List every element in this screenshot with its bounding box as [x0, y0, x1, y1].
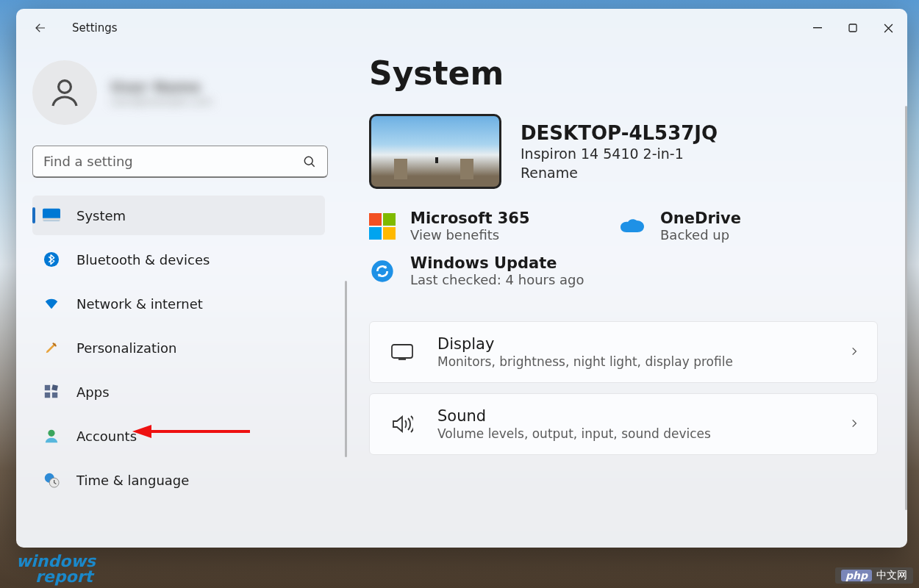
device-model: Inspiron 14 5410 2-in-1	[521, 146, 718, 162]
svg-rect-15	[392, 345, 412, 358]
sidebar-item-label: Bluetooth & devices	[76, 252, 210, 268]
status-microsoft-365[interactable]: Microsoft 365 View benefits	[369, 205, 575, 247]
status-windows-update[interactable]: Windows Update Last checked: 4 hours ago	[369, 250, 584, 292]
profile-info: User Name user@example.com	[110, 78, 212, 107]
sidebar-item-label: Network & internet	[76, 296, 203, 312]
apps-icon	[43, 383, 60, 401]
watermark-text: 中文网	[876, 569, 907, 582]
rename-link[interactable]: Rename	[521, 165, 718, 181]
maximize-icon	[848, 24, 857, 32]
window-title: Settings	[72, 21, 118, 35]
sidebar-item-network[interactable]: Network & internet	[32, 284, 325, 323]
device-header: DESKTOP-4L537JQ Inspiron 14 5410 2-in-1 …	[369, 114, 878, 189]
main-scrollbar[interactable]	[905, 106, 907, 510]
chevron-right-icon	[849, 345, 859, 359]
titlebar-left: Settings	[28, 15, 118, 40]
settings-card-sound[interactable]: Sound Volume levels, output, input, soun…	[369, 393, 878, 455]
minimize-icon	[813, 24, 822, 32]
profile-block[interactable]: User Name user@example.com	[32, 60, 347, 125]
profile-email: user@example.com	[110, 96, 212, 107]
status-subtitle: View benefits	[410, 227, 530, 243]
window-controls	[800, 12, 906, 43]
microsoft-icon	[369, 213, 396, 240]
sound-icon	[387, 415, 417, 434]
status-title: OneDrive	[660, 209, 741, 227]
sidebar-item-label: Personalization	[76, 340, 176, 356]
status-title: Microsoft 365	[410, 209, 530, 227]
page-title: System	[369, 54, 878, 92]
sidebar-item-apps[interactable]: Apps	[32, 372, 325, 412]
svg-rect-1	[849, 24, 857, 32]
close-button[interactable]	[870, 12, 906, 43]
status-onedrive[interactable]: OneDrive Backed up	[619, 205, 825, 247]
display-icon	[387, 344, 417, 360]
person-icon	[47, 75, 82, 110]
sidebar-item-system[interactable]: System	[32, 196, 325, 235]
sidebar-item-accounts[interactable]: Accounts	[32, 416, 325, 456]
card-title: Sound	[437, 407, 829, 425]
sidebar-item-label: System	[76, 208, 126, 223]
sidebar-item-personalization[interactable]: Personalization	[32, 328, 325, 368]
sidebar: User Name user@example.com System	[16, 47, 347, 548]
card-title: Display	[437, 335, 829, 353]
paintbrush-icon	[43, 339, 60, 356]
card-subtitle: Volume levels, output, input, sound devi…	[437, 426, 829, 441]
clock-globe-icon	[43, 471, 60, 489]
svg-point-14	[371, 260, 393, 282]
bluetooth-icon	[43, 251, 60, 268]
watermark-windows-report: windows report	[16, 554, 96, 585]
card-subtitle: Monitors, brightness, night light, displ…	[437, 354, 829, 369]
watermark-line: report	[16, 570, 96, 585]
svg-point-3	[304, 157, 312, 165]
php-badge: php	[841, 570, 872, 581]
svg-rect-10	[52, 392, 57, 398]
status-grid: Microsoft 365 View benefits OneDrive Bac…	[369, 205, 878, 292]
back-button[interactable]	[28, 15, 53, 40]
maximize-button[interactable]	[835, 12, 870, 43]
search-input[interactable]	[43, 154, 302, 169]
device-info: DESKTOP-4L537JQ Inspiron 14 5410 2-in-1 …	[521, 122, 718, 181]
svg-rect-5	[43, 218, 60, 221]
settings-card-display[interactable]: Display Monitors, brightness, night ligh…	[369, 321, 878, 383]
update-icon	[369, 258, 396, 284]
accounts-icon	[43, 427, 60, 445]
sidebar-item-label: Time & language	[76, 473, 189, 488]
avatar	[32, 60, 97, 125]
svg-point-11	[48, 430, 54, 437]
minimize-button[interactable]	[800, 12, 835, 43]
onedrive-icon	[619, 213, 646, 240]
main-content: System DESKTOP-4L537JQ Inspiron 14 5410 …	[347, 47, 907, 548]
search-icon	[302, 154, 317, 169]
sidebar-nav: System Bluetooth & devices Network & int…	[32, 196, 347, 504]
status-subtitle: Last checked: 4 hours ago	[410, 272, 584, 287]
svg-rect-8	[51, 384, 58, 391]
chevron-right-icon	[849, 417, 859, 431]
back-arrow-icon	[34, 21, 47, 35]
svg-rect-7	[45, 385, 50, 390]
settings-window: Settings User Name user@example.com	[16, 9, 907, 548]
window-body: User Name user@example.com System	[16, 47, 907, 548]
wifi-icon	[43, 295, 60, 312]
status-subtitle: Backed up	[660, 227, 741, 243]
profile-name: User Name	[110, 78, 212, 96]
system-icon	[43, 207, 60, 224]
sidebar-item-label: Apps	[76, 384, 110, 400]
svg-rect-0	[813, 27, 822, 28]
sidebar-item-time-language[interactable]: Time & language	[32, 460, 325, 500]
sidebar-item-label: Accounts	[76, 429, 137, 444]
sidebar-item-bluetooth[interactable]: Bluetooth & devices	[32, 240, 325, 279]
desktop-wallpaper-thumbnail[interactable]	[369, 114, 501, 189]
titlebar: Settings	[16, 9, 907, 47]
svg-point-2	[59, 81, 71, 93]
status-title: Windows Update	[410, 254, 584, 272]
search-box[interactable]	[32, 146, 328, 178]
close-icon	[884, 24, 893, 33]
watermark-php-cn: php 中文网	[835, 567, 913, 584]
svg-rect-9	[45, 392, 50, 398]
device-name: DESKTOP-4L537JQ	[521, 122, 718, 144]
